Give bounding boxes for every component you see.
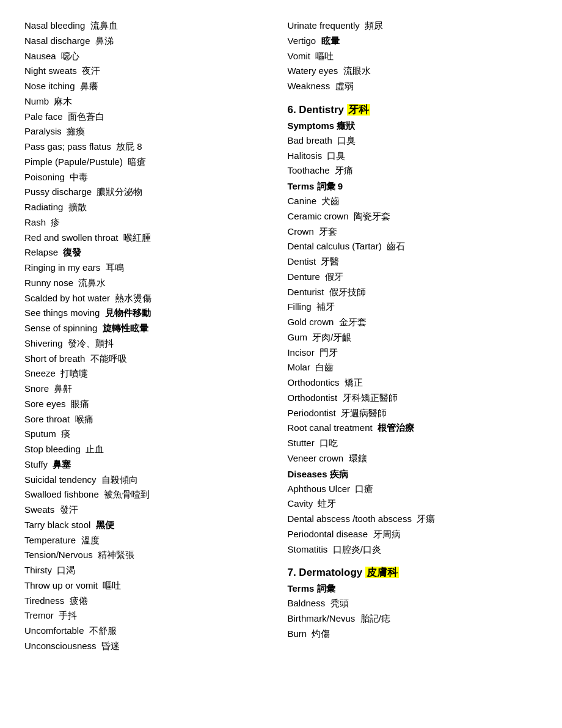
list-item: Night sweats 夜汗 bbox=[24, 64, 269, 79]
entry-english: Red and swollen throat bbox=[24, 232, 123, 243]
entry-english: Ceramic crown bbox=[287, 211, 353, 221]
entry-english: Stomatitis bbox=[287, 544, 332, 554]
list-item: Snore 鼻鼾 bbox=[24, 381, 269, 397]
entry-chinese: 打噴嚏 bbox=[60, 368, 88, 378]
list-item: Stop bleeding 止血 bbox=[24, 442, 269, 457]
entry-english: Sense of spinning bbox=[24, 323, 103, 333]
entry-english: Sore eyes bbox=[24, 399, 71, 409]
entry-chinese: 鼻鼾 bbox=[54, 383, 72, 394]
list-item: Nausea 噁心 bbox=[24, 49, 269, 64]
list-item: Birthmark/Nevus 胎記/痣 bbox=[287, 611, 538, 627]
entry-english: Root canal treatment bbox=[287, 422, 378, 433]
entry-chinese: 發冷、顫抖 bbox=[68, 338, 114, 348]
list-item: Uncomfortable 不舒服 bbox=[24, 623, 269, 639]
dermatology-title-en: 7. Dermatology bbox=[287, 567, 365, 578]
entry-chinese: 見物件移動 bbox=[105, 307, 151, 318]
entry-chinese: 止血 bbox=[86, 444, 104, 454]
entry-chinese: 犬齒 bbox=[321, 196, 340, 206]
entry-english: Weakness bbox=[287, 81, 335, 91]
entry-chinese: 擴散 bbox=[68, 202, 87, 212]
entry-chinese: 不舒服 bbox=[89, 625, 117, 636]
entry-english: Veneer crown bbox=[287, 453, 348, 463]
entry-chinese: 鼻塞 bbox=[53, 459, 71, 469]
entry-english: Pale face bbox=[24, 111, 68, 122]
list-item: Runny nose 流鼻水 bbox=[24, 276, 269, 291]
list-item: Crown 牙套 bbox=[287, 224, 538, 240]
entry-english: Nose itching bbox=[24, 81, 80, 91]
entry-english: Urinate frequently bbox=[287, 20, 365, 31]
entry-english: Orthodontist bbox=[287, 392, 342, 403]
entry-chinese: 環鑲 bbox=[349, 453, 367, 463]
list-item: Ceramic crown 陶瓷牙套 bbox=[287, 209, 538, 224]
entry-english: Snore bbox=[24, 383, 54, 394]
entry-chinese: 牙套 bbox=[319, 226, 337, 237]
entry-chinese: 口臭 bbox=[327, 150, 345, 161]
entry-english: Stutter bbox=[287, 438, 319, 448]
entry-english: Bad breath bbox=[287, 135, 337, 145]
entry-english: Filling bbox=[287, 301, 316, 312]
list-item: Short of breath 不能呼吸 bbox=[24, 351, 269, 367]
entry-english: Pussy discharge bbox=[24, 186, 97, 197]
entry-english: Radiating bbox=[24, 202, 68, 212]
dentistry-title-en: 6. Dentistry bbox=[287, 104, 346, 116]
list-item: Pimple (Papule/Pustule) 暗瘡 bbox=[24, 155, 269, 170]
list-item: Watery eyes 流眼水 bbox=[287, 64, 538, 79]
entry-chinese: 復發 bbox=[63, 247, 81, 257]
entry-english: Sore throat bbox=[24, 414, 75, 424]
dentistry-diseases-list: Aphthous Ulcer 口瘡Cavity 蛀牙Dental abscess… bbox=[287, 482, 538, 557]
dentistry-symptoms-heading: Symptoms 癥狀 bbox=[287, 120, 538, 132]
list-item: Pass gas; pass flatus 放屁 8 bbox=[24, 139, 269, 155]
entry-english: Unconsciousness bbox=[24, 641, 101, 651]
list-item: Suicidal tendency 自殺傾向 bbox=[24, 472, 269, 488]
entry-chinese: 鼻涕 bbox=[95, 35, 114, 46]
list-item: Dental calculus (Tartar) 齒石 bbox=[287, 239, 538, 254]
entry-chinese: 流鼻血 bbox=[90, 20, 118, 31]
entry-english: Incisor bbox=[287, 347, 319, 358]
entry-chinese: 旋轉性眩暈 bbox=[103, 323, 148, 333]
entry-english: Birthmark/Nevus bbox=[287, 613, 360, 623]
list-item: Periodontist 牙週病醫師 bbox=[287, 406, 538, 421]
entry-english: Vomit bbox=[287, 51, 315, 61]
entry-chinese: 口腔炎/口炎 bbox=[333, 544, 381, 554]
dentistry-terms-heading: Terms 詞彙 9 bbox=[287, 181, 538, 193]
entry-chinese: 不能呼吸 bbox=[90, 353, 127, 364]
entry-english: Suicidal tendency bbox=[24, 474, 101, 485]
list-item: Rash 疹 bbox=[24, 215, 269, 230]
list-item: Burn 灼傷 bbox=[287, 627, 538, 642]
entry-chinese: 假牙 bbox=[325, 271, 343, 282]
entry-english: Sneeze bbox=[24, 368, 60, 378]
list-item: Orthodontist 牙科矯正醫師 bbox=[287, 391, 538, 406]
entry-english: Tremor bbox=[24, 610, 59, 620]
left-entry-list: Nasal bleeding 流鼻血Nasal discharge 鼻涕Naus… bbox=[24, 18, 269, 654]
list-item: Incisor 門牙 bbox=[287, 345, 538, 361]
entry-english: Nasal discharge bbox=[24, 35, 95, 46]
entry-chinese: 灼傷 bbox=[312, 628, 330, 639]
entry-english: Periodontal disease bbox=[287, 529, 373, 539]
entry-chinese: 根管治療 bbox=[378, 422, 414, 433]
left-column: Nasal bleeding 流鼻血Nasal discharge 鼻涕Naus… bbox=[24, 18, 281, 654]
list-item: Stutter 口吃 bbox=[287, 436, 538, 451]
entry-chinese: 昏迷 bbox=[101, 641, 120, 651]
entry-english: Shivering bbox=[24, 338, 68, 348]
list-item: Sneeze 打噴嚏 bbox=[24, 366, 269, 381]
entry-chinese: 疹 bbox=[51, 217, 60, 227]
entry-chinese: 虛弱 bbox=[335, 81, 354, 91]
entry-english: Denturist bbox=[287, 287, 329, 297]
entry-chinese: 矯正 bbox=[345, 377, 363, 388]
list-item: Tiredness 疲倦 bbox=[24, 594, 269, 609]
entry-english: Scalded by hot water bbox=[24, 293, 115, 303]
entry-english: Temperature bbox=[24, 535, 81, 545]
list-item: Unconsciousness 昏迷 bbox=[24, 639, 269, 654]
entry-english: Runny nose bbox=[24, 278, 78, 288]
entry-english: Poisoning bbox=[24, 172, 70, 182]
entry-chinese: 溫度 bbox=[81, 535, 100, 545]
entry-chinese: 暗瘡 bbox=[128, 156, 146, 167]
entry-english: Canine bbox=[287, 196, 321, 206]
entry-english: Cavity bbox=[287, 498, 318, 509]
entry-english: Tension/Nervous bbox=[24, 550, 98, 560]
entry-english: Nausea bbox=[24, 51, 61, 61]
entry-english: Swalloed fishbone bbox=[24, 489, 104, 499]
entry-chinese: 噁心 bbox=[61, 51, 79, 61]
entry-english: Molar bbox=[287, 362, 315, 372]
entry-chinese: 喉紅腫 bbox=[123, 232, 151, 243]
